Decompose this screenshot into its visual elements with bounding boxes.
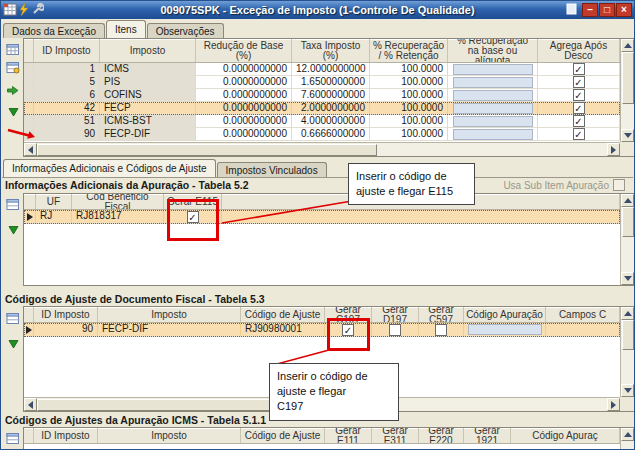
scroll-up-icon[interactable]: [621, 428, 634, 441]
tab-dados-da-excecao[interactable]: Dados da Exceção: [3, 23, 105, 38]
col-header-codigo-ajuste[interactable]: Código de Ajuste: [241, 307, 325, 322]
insert-record-icon[interactable]: [4, 310, 22, 327]
col-header-codigo-apuracao[interactable]: Código Apuraç: [511, 428, 620, 443]
col-header-agrega[interactable]: Agrega Após Desco: [538, 39, 620, 62]
cell-gerar-d197[interactable]: [372, 323, 419, 336]
cell-imposto[interactable]: ICMS-BST: [100, 115, 196, 127]
cell-agrega[interactable]: ✓: [538, 115, 620, 127]
col-header-uf[interactable]: UF: [36, 194, 72, 209]
cell-reducao[interactable]: 0.0000000000: [196, 102, 292, 114]
insert-record-icon[interactable]: [4, 430, 22, 447]
col-header-gerar-d197[interactable]: Gerar D197: [372, 307, 419, 322]
scroll-thumb[interactable]: [622, 52, 634, 104]
tab-itens[interactable]: Itens: [106, 20, 146, 38]
cell-recuperacao-base[interactable]: [448, 63, 538, 75]
cell-recuperacao-base[interactable]: [448, 76, 538, 88]
navigate-last-icon[interactable]: [4, 335, 22, 352]
cell-id-imposto[interactable]: 5: [34, 76, 100, 88]
cell-recuperacao-base[interactable]: [448, 115, 538, 127]
scroll-down-icon[interactable]: [621, 129, 634, 142]
insert-record-icon[interactable]: [4, 41, 22, 58]
col-header-codigo-apuracao[interactable]: Código Apuração: [464, 307, 546, 322]
table-row-selected[interactable]: 90 FECP-DIF RJ90980001 ✓: [24, 323, 620, 337]
scroll-down-icon[interactable]: [621, 272, 634, 285]
col-header-recuperacao-base[interactable]: % Recuperação na base ou alíquota: [448, 39, 538, 62]
gerar-d197-checkbox[interactable]: [389, 324, 401, 336]
minimize-button[interactable]: –: [582, 3, 598, 17]
scroll-up-icon[interactable]: [621, 194, 634, 207]
tab-impostos-vinculados[interactable]: Impostos Vinculados: [217, 162, 327, 177]
cell-cod-beneficio[interactable]: RJ818317: [72, 210, 164, 223]
cell-imposto[interactable]: FECP-DIF: [98, 323, 241, 336]
col-header-gerar-e220[interactable]: Gerar E220: [419, 428, 464, 443]
cell-reducao[interactable]: 0.0000000000: [196, 89, 292, 101]
scroll-left-icon[interactable]: [24, 143, 37, 156]
navigate-last-icon[interactable]: [4, 103, 22, 120]
tab-observacoes[interactable]: Observações: [147, 23, 224, 38]
cell-agrega[interactable]: ✓: [538, 76, 620, 88]
insert-record-icon[interactable]: [4, 196, 22, 213]
agrega-checkbox[interactable]: ✓: [573, 115, 585, 127]
col-header-gerar-e111[interactable]: Gerar E111: [325, 428, 372, 443]
table-row[interactable]: 1 ICMS 0.0000000000 12.0000000000 100.00…: [24, 63, 620, 76]
col-header-imposto[interactable]: Imposto: [98, 307, 241, 322]
cell-taxa[interactable]: 1.6500000000: [292, 76, 370, 88]
col-header-codigo-ajuste[interactable]: Código de Ajuste: [241, 428, 325, 443]
cell-id-imposto[interactable]: 6: [34, 89, 100, 101]
cell-reducao[interactable]: 0.0000000000: [196, 63, 292, 75]
navigate-last-icon[interactable]: [4, 221, 22, 238]
cell-codigo-apuracao[interactable]: [464, 323, 546, 336]
col-header-recuperacao[interactable]: % Recuperação / % Retenção: [370, 39, 448, 62]
cell-uf[interactable]: RJ: [36, 210, 72, 223]
cell-recuperacao-base[interactable]: [448, 128, 538, 140]
scroll-thumb[interactable]: [622, 320, 634, 350]
cell-gerar-c597[interactable]: [419, 323, 464, 336]
cell-codigo-ajuste[interactable]: RJ90980001: [241, 323, 325, 336]
cell-taxa[interactable]: 12.0000000000: [292, 63, 370, 75]
maximize-button[interactable]: □: [599, 3, 615, 17]
col-header-gerar-e311[interactable]: Gerar E311: [372, 428, 419, 443]
table-row-selected[interactable]: 42 FECP 0.0000000000 2.0000000000 100.00…: [24, 102, 620, 115]
col-header-imposto[interactable]: Imposto: [98, 428, 241, 443]
cell-recuperacao-base[interactable]: [448, 89, 538, 101]
col-header-campos[interactable]: Campos C: [546, 307, 620, 322]
table-row[interactable]: 6 COFINS 0.0000000000 7.6000000000 100.0…: [24, 89, 620, 102]
grid4-vscrollbar[interactable]: [620, 428, 634, 450]
agrega-checkbox[interactable]: ✓: [573, 89, 585, 101]
cell-recuperacao[interactable]: 100.0000: [370, 115, 448, 127]
col-header-id-imposto[interactable]: ID Imposto: [34, 307, 98, 322]
col-header-imposto[interactable]: Imposto: [100, 39, 196, 62]
cell-id-imposto[interactable]: 1: [34, 63, 100, 75]
scroll-up-icon[interactable]: [621, 39, 634, 52]
grid3-vscrollbar[interactable]: [620, 307, 634, 397]
agrega-checkbox[interactable]: ✓: [573, 63, 585, 75]
cell-agrega[interactable]: ✓: [538, 102, 620, 114]
cell-recuperacao[interactable]: 100.0000: [370, 102, 448, 114]
cell-taxa[interactable]: 2.0000000000: [292, 102, 370, 114]
cell-id-imposto[interactable]: 42: [34, 102, 100, 114]
cell-recuperacao[interactable]: 100.0000: [370, 89, 448, 101]
agrega-checkbox[interactable]: ✓: [573, 102, 585, 114]
cell-imposto[interactable]: ICMS: [100, 63, 196, 75]
table-row-selected[interactable]: RJ RJ818317 ✓: [24, 210, 620, 224]
scroll-down-icon[interactable]: [621, 384, 634, 397]
cell-taxa[interactable]: 0.6666000000: [292, 128, 370, 140]
col-header-gerar-1921[interactable]: Gerar 1921: [464, 428, 511, 443]
col-header-id-imposto[interactable]: ID Imposto: [34, 428, 98, 443]
cell-agrega[interactable]: ✓: [538, 63, 620, 75]
scroll-thumb[interactable]: [622, 207, 634, 237]
col-header-gerar-c597[interactable]: Gerar C597: [419, 307, 464, 322]
table-row[interactable]: 90 FECP-DIF 0.0000000000 0.6666000000 10…: [24, 128, 620, 141]
cell-taxa[interactable]: 4.0000000000: [292, 115, 370, 127]
cell-id-imposto[interactable]: 90: [34, 128, 100, 140]
table-row[interactable]: 5 PIS 0.0000000000 1.6500000000 100.0000…: [24, 76, 620, 89]
cell-recuperacao[interactable]: 100.0000: [370, 76, 448, 88]
col-header-taxa-imposto[interactable]: Taxa Imposto (%): [292, 39, 370, 62]
scroll-thumb[interactable]: [37, 144, 377, 156]
cell-agrega[interactable]: ✓: [538, 89, 620, 101]
agrega-checkbox[interactable]: ✓: [573, 128, 585, 140]
cell-imposto[interactable]: FECP: [100, 102, 196, 114]
scroll-up-icon[interactable]: [621, 307, 634, 320]
cell-id-imposto[interactable]: 90: [34, 323, 98, 336]
cell-agrega[interactable]: ✓: [538, 128, 620, 140]
